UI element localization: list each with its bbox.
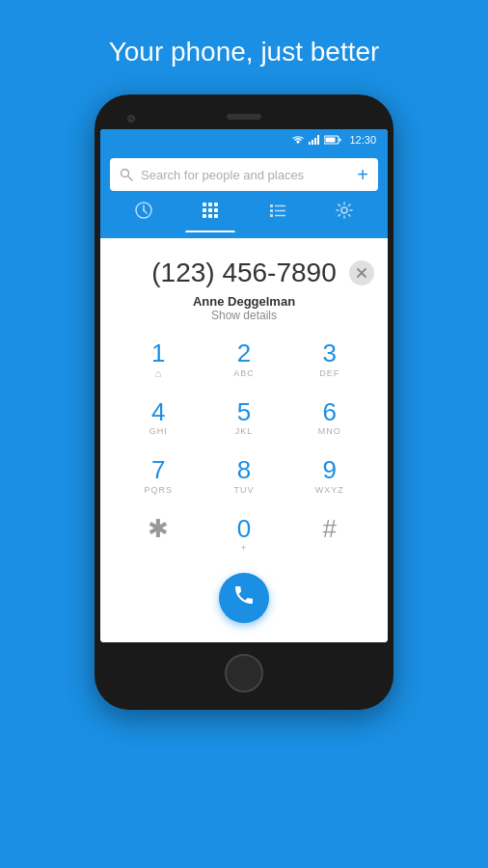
wifi-icon (291, 135, 305, 145)
phone-device: 12:30 Search for people and places + (95, 95, 393, 710)
key-3[interactable]: 3 DEF (286, 330, 372, 389)
tab-bar (110, 191, 378, 232)
dialer-body: (123) 456-7890 Anne Deggelman Show detai… (100, 238, 388, 642)
phone-speaker (227, 114, 261, 120)
svg-rect-4 (317, 135, 319, 145)
search-plus-button[interactable]: + (357, 165, 368, 184)
svg-rect-21 (214, 214, 218, 218)
key-star[interactable]: ✱ (116, 505, 202, 564)
svg-rect-3 (314, 138, 316, 145)
phone-bottom-bar (100, 642, 388, 696)
svg-marker-0 (296, 140, 300, 144)
tab-contacts[interactable] (253, 197, 303, 232)
svg-rect-20 (208, 214, 212, 218)
number-display: (123) 456-7890 (110, 248, 378, 290)
key-9[interactable]: 9 WXYZ (286, 447, 372, 505)
signal-icon (309, 135, 320, 145)
svg-rect-22 (270, 204, 273, 207)
key-8[interactable]: 8 TUV (202, 447, 287, 505)
call-button[interactable] (219, 573, 269, 623)
svg-rect-26 (270, 214, 273, 217)
list-icon (268, 201, 287, 225)
svg-rect-7 (326, 138, 336, 143)
key-4[interactable]: 4 GHI (116, 389, 202, 448)
status-time: 12:30 (349, 134, 376, 146)
key-hash[interactable]: # (286, 505, 372, 564)
status-icons: 12:30 (291, 134, 376, 146)
svg-point-28 (341, 207, 347, 213)
svg-rect-1 (309, 142, 311, 145)
tab-dialpad[interactable] (185, 197, 235, 232)
svg-rect-16 (203, 208, 206, 212)
svg-rect-19 (203, 214, 206, 218)
clock-icon (134, 201, 153, 225)
tab-recent[interactable] (119, 197, 169, 232)
key-2[interactable]: 2 ABC (202, 330, 287, 389)
page-title: Your phone, just better (109, 37, 380, 68)
dialer-header: Search for people and places + (100, 150, 388, 238)
key-0[interactable]: 0 + (202, 505, 287, 564)
battery-icon (324, 135, 341, 145)
svg-rect-6 (339, 139, 341, 142)
phone-screen: 12:30 Search for people and places + (100, 129, 388, 642)
phone-camera (127, 115, 135, 122)
keypad: 1 ⌂ 2 ABC 3 DEF 4 GHI 5 JKL (110, 330, 378, 563)
svg-rect-15 (214, 203, 218, 206)
svg-rect-17 (208, 208, 212, 212)
show-details-button[interactable]: Show details (110, 309, 378, 322)
svg-point-8 (122, 170, 129, 177)
svg-rect-14 (208, 203, 212, 206)
gear-icon (335, 201, 354, 225)
key-6[interactable]: 6 MNO (286, 389, 372, 448)
call-button-wrap (110, 563, 378, 629)
contact-name: Anne Deggelman (110, 294, 378, 309)
status-bar: 12:30 (100, 129, 388, 150)
phone-top-bar (100, 108, 388, 129)
search-icon (120, 168, 133, 181)
tab-settings[interactable] (319, 197, 369, 232)
dialpad-icon (201, 201, 220, 225)
search-placeholder: Search for people and places (141, 168, 349, 182)
svg-rect-24 (270, 209, 273, 212)
phone-icon (232, 583, 256, 612)
dialed-number: (123) 456-7890 (118, 258, 370, 288)
home-button[interactable] (225, 654, 263, 692)
svg-line-9 (128, 176, 132, 180)
key-5[interactable]: 5 JKL (202, 389, 287, 448)
key-7[interactable]: 7 PQRS (116, 447, 202, 505)
svg-line-12 (144, 210, 147, 213)
svg-rect-18 (214, 208, 218, 212)
svg-rect-2 (312, 140, 313, 145)
key-1[interactable]: 1 ⌂ (116, 330, 202, 389)
svg-rect-13 (203, 203, 206, 206)
delete-button[interactable] (349, 260, 374, 285)
search-bar[interactable]: Search for people and places + (110, 158, 378, 191)
